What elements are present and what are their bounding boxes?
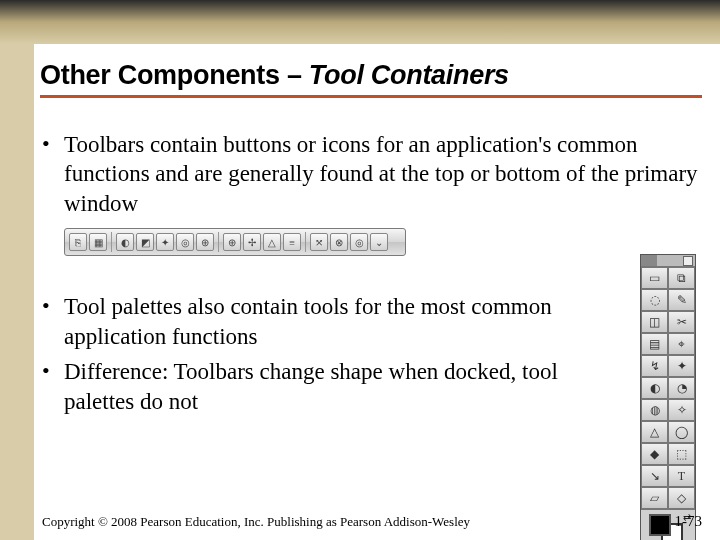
toolbar-icon: ⌄ [370,233,388,251]
palette-icon: ◌ [641,289,668,311]
tool-palette-example: ▭ ⧉ ◌ ✎ ◫ ✂ ▤ ⌖ ↯ ✦ ◐ ◔ ◍ ✧ △ ◯ ◆ ⬚ ↘ T … [640,254,696,540]
bullet-3: Difference: Toolbars change shape when d… [40,357,580,416]
palette-icon: ✧ [668,399,695,421]
palette-grid: ▭ ⧉ ◌ ✎ ◫ ✂ ▤ ⌖ ↯ ✦ ◐ ◔ ◍ ✧ △ ◯ ◆ ⬚ ↘ T … [641,267,695,509]
palette-icon: ⧉ [668,267,695,289]
palette-header [641,255,695,267]
toolbar-separator [218,232,219,252]
toolbar-icon: ⊕ [196,233,214,251]
palette-icon: ↯ [641,355,668,377]
toolbar-separator [111,232,112,252]
bullet-1: Toolbars contain buttons or icons for an… [40,130,702,218]
toolbar-icon: ◎ [350,233,368,251]
toolbar-icon: ✢ [243,233,261,251]
palette-icon: ◍ [641,399,668,421]
toolbar-icon: ⊕ [223,233,241,251]
header-gradient [0,0,720,44]
palette-icon: ✦ [668,355,695,377]
bullet-list-2: Tool palettes also contain tools for the… [40,292,580,416]
palette-icon: ◯ [668,421,695,443]
palette-icon: ✎ [668,289,695,311]
slide-title: Other Components – Tool Containers [40,60,702,98]
palette-icon: ⬚ [668,443,695,465]
toolbar-separator [305,232,306,252]
bullet-list: Toolbars contain buttons or icons for an… [40,130,702,218]
side-band [0,44,34,540]
bullet-2: Tool palettes also contain tools for the… [40,292,580,351]
palette-icon: ▱ [641,487,668,509]
palette-icon: ▭ [641,267,668,289]
toolbar-icon: ▦ [89,233,107,251]
palette-icon: ◇ [668,487,695,509]
palette-icon: ◆ [641,443,668,465]
toolbar-icon: ◐ [116,233,134,251]
palette-icon: ◔ [668,377,695,399]
toolbar-icon: ≡ [283,233,301,251]
toolbar-icon: ◎ [176,233,194,251]
palette-icon: ✂ [668,311,695,333]
footer: Copyright © 2008 Pearson Education, Inc.… [42,513,702,530]
toolbar-icon: ✦ [156,233,174,251]
toolbar-icon: ◩ [136,233,154,251]
toolbar-icon: ⊗ [330,233,348,251]
copyright-text: Copyright © 2008 Pearson Education, Inc.… [42,514,470,530]
palette-icon: △ [641,421,668,443]
slide-number: 1-73 [675,513,703,530]
palette-icon: ▤ [641,333,668,355]
toolbar-icon: ⎘ [69,233,87,251]
palette-icon: ◐ [641,377,668,399]
palette-icon: ◫ [641,311,668,333]
title-italic: Tool Containers [309,60,509,90]
toolbar-example: ⎘ ▦ ◐ ◩ ✦ ◎ ⊕ ⊕ ✢ △ ≡ ⤧ ⊗ ◎ ⌄ [64,228,406,256]
slide-content: Other Components – Tool Containers Toolb… [34,44,720,540]
title-plain: Other Components – [40,60,309,90]
toolbar-icon: △ [263,233,281,251]
palette-icon: ⌖ [668,333,695,355]
palette-icon: ↘ [641,465,668,487]
palette-icon: T [668,465,695,487]
toolbar-icon: ⤧ [310,233,328,251]
